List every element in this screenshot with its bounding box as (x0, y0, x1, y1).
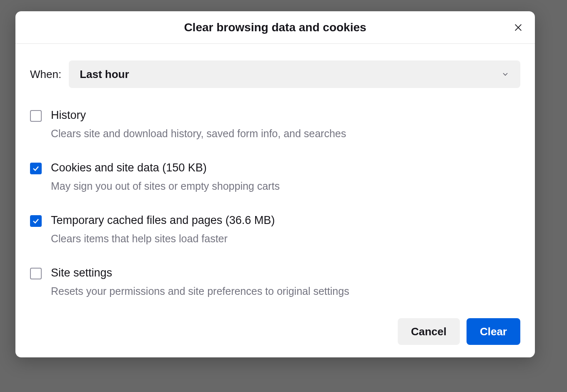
option-cache: Temporary cached files and pages (36.6 M… (30, 214, 520, 245)
cancel-button[interactable]: Cancel (398, 318, 460, 345)
clear-button[interactable]: Clear (467, 318, 520, 345)
checkbox-site-settings[interactable] (30, 268, 42, 279)
option-title: Temporary cached files and pages (36.6 M… (51, 214, 520, 227)
option-desc: May sign you out of sites or empty shopp… (51, 180, 520, 192)
dialog-header: Clear browsing data and cookies (15, 11, 535, 44)
option-desc: Resets your permissions and site prefere… (51, 285, 520, 297)
close-button[interactable] (511, 20, 526, 35)
option-history: History Clears site and download history… (30, 109, 520, 140)
close-icon (514, 23, 523, 32)
option-site-settings: Site settings Resets your permissions an… (30, 266, 520, 297)
time-range-row: When: Last hour (30, 60, 520, 88)
option-title: Site settings (51, 266, 520, 279)
time-range-value: Last hour (80, 68, 129, 81)
checkbox-history[interactable] (30, 110, 42, 122)
option-text: Site settings Resets your permissions an… (51, 266, 520, 297)
checkmark-icon (32, 165, 40, 172)
option-desc: Clears site and download history, saved … (51, 128, 520, 140)
option-cookies: Cookies and site data (150 KB) May sign … (30, 161, 520, 192)
dialog-body: When: Last hour History Clears site and … (15, 44, 535, 318)
option-desc: Clears items that help sites load faster (51, 233, 520, 245)
checkbox-cookies[interactable] (30, 163, 42, 174)
dialog-footer: Cancel Clear (15, 318, 535, 357)
clear-data-dialog: Clear browsing data and cookies When: La… (15, 11, 535, 357)
option-title: History (51, 109, 520, 122)
option-text: Temporary cached files and pages (36.6 M… (51, 214, 520, 245)
option-title: Cookies and site data (150 KB) (51, 161, 520, 174)
chevron-down-icon (501, 70, 509, 78)
dialog-title: Clear browsing data and cookies (184, 21, 366, 34)
checkmark-icon (32, 217, 40, 225)
checkbox-cache[interactable] (30, 215, 42, 227)
time-range-select[interactable]: Last hour (69, 60, 520, 88)
option-text: Cookies and site data (150 KB) May sign … (51, 161, 520, 192)
when-label: When: (30, 68, 61, 81)
option-text: History Clears site and download history… (51, 109, 520, 140)
